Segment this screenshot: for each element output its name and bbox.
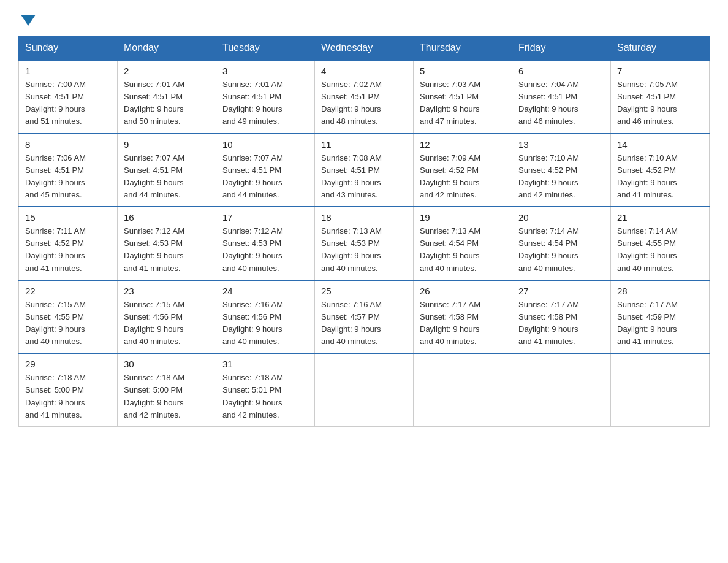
day-info: Sunrise: 7:08 AMSunset: 4:51 PMDaylight:… bbox=[321, 152, 407, 202]
calendar-cell: 19 Sunrise: 7:13 AMSunset: 4:54 PMDaylig… bbox=[414, 207, 512, 280]
calendar-cell bbox=[315, 353, 414, 426]
calendar-cell: 15 Sunrise: 7:11 AMSunset: 4:52 PMDaylig… bbox=[19, 207, 118, 280]
calendar-cell: 22 Sunrise: 7:15 AMSunset: 4:55 PMDaylig… bbox=[19, 280, 118, 354]
calendar-table: SundayMondayTuesdayWednesdayThursdayFrid… bbox=[18, 36, 710, 427]
day-info: Sunrise: 7:14 AMSunset: 4:55 PMDaylight:… bbox=[617, 225, 703, 275]
calendar-cell: 1 Sunrise: 7:00 AMSunset: 4:51 PMDayligh… bbox=[19, 60, 118, 134]
day-number: 31 bbox=[222, 359, 308, 369]
day-info: Sunrise: 7:17 AMSunset: 4:58 PMDaylight:… bbox=[518, 299, 604, 348]
day-info: Sunrise: 7:17 AMSunset: 4:58 PMDaylight:… bbox=[420, 299, 506, 348]
calendar-cell: 23 Sunrise: 7:15 AMSunset: 4:56 PMDaylig… bbox=[118, 280, 216, 354]
day-number: 13 bbox=[518, 139, 604, 150]
day-of-week-monday: Monday bbox=[118, 36, 216, 61]
calendar-cell: 14 Sunrise: 7:10 AMSunset: 4:52 PMDaylig… bbox=[611, 134, 710, 207]
day-number: 22 bbox=[25, 286, 111, 296]
calendar-cell: 30 Sunrise: 7:18 AMSunset: 5:00 PMDaylig… bbox=[118, 353, 216, 426]
day-info: Sunrise: 7:05 AMSunset: 4:51 PMDaylight:… bbox=[617, 79, 703, 128]
day-info: Sunrise: 7:15 AMSunset: 4:56 PMDaylight:… bbox=[124, 299, 210, 348]
day-info: Sunrise: 7:11 AMSunset: 4:52 PMDaylight:… bbox=[25, 225, 111, 275]
calendar-cell: 7 Sunrise: 7:05 AMSunset: 4:51 PMDayligh… bbox=[611, 60, 710, 134]
calendar-cell: 8 Sunrise: 7:06 AMSunset: 4:51 PMDayligh… bbox=[19, 134, 118, 207]
days-of-week-row: SundayMondayTuesdayWednesdayThursdayFrid… bbox=[19, 36, 710, 61]
day-number: 12 bbox=[420, 139, 506, 150]
calendar-cell: 29 Sunrise: 7:18 AMSunset: 5:00 PMDaylig… bbox=[19, 353, 118, 426]
day-number: 28 bbox=[617, 286, 703, 296]
logo-triangle-icon bbox=[21, 15, 36, 26]
day-number: 24 bbox=[222, 286, 308, 296]
day-info: Sunrise: 7:16 AMSunset: 4:56 PMDaylight:… bbox=[222, 299, 308, 348]
day-number: 30 bbox=[124, 359, 210, 369]
calendar-cell: 9 Sunrise: 7:07 AMSunset: 4:51 PMDayligh… bbox=[118, 134, 216, 207]
calendar-cell: 27 Sunrise: 7:17 AMSunset: 4:58 PMDaylig… bbox=[512, 280, 611, 354]
day-info: Sunrise: 7:07 AMSunset: 4:51 PMDaylight:… bbox=[124, 152, 210, 202]
day-info: Sunrise: 7:18 AMSunset: 5:01 PMDaylight:… bbox=[222, 372, 308, 421]
day-number: 11 bbox=[321, 139, 407, 150]
day-info: Sunrise: 7:06 AMSunset: 4:51 PMDaylight:… bbox=[25, 152, 111, 202]
day-of-week-friday: Friday bbox=[512, 36, 611, 61]
week-row-3: 15 Sunrise: 7:11 AMSunset: 4:52 PMDaylig… bbox=[19, 207, 710, 280]
week-row-5: 29 Sunrise: 7:18 AMSunset: 5:00 PMDaylig… bbox=[19, 353, 710, 426]
day-of-week-saturday: Saturday bbox=[611, 36, 710, 61]
day-info: Sunrise: 7:13 AMSunset: 4:54 PMDaylight:… bbox=[420, 225, 506, 275]
day-info: Sunrise: 7:13 AMSunset: 4:53 PMDaylight:… bbox=[321, 225, 407, 275]
calendar-cell: 4 Sunrise: 7:02 AMSunset: 4:51 PMDayligh… bbox=[315, 60, 414, 134]
day-number: 25 bbox=[321, 286, 407, 296]
calendar-cell bbox=[414, 353, 512, 426]
day-info: Sunrise: 7:12 AMSunset: 4:53 PMDaylight:… bbox=[124, 225, 210, 275]
day-number: 7 bbox=[617, 66, 703, 76]
calendar-cell bbox=[512, 353, 611, 426]
day-info: Sunrise: 7:16 AMSunset: 4:57 PMDaylight:… bbox=[321, 299, 407, 348]
calendar-cell: 26 Sunrise: 7:17 AMSunset: 4:58 PMDaylig… bbox=[414, 280, 512, 354]
day-number: 4 bbox=[321, 66, 407, 76]
day-info: Sunrise: 7:18 AMSunset: 5:00 PMDaylight:… bbox=[124, 372, 210, 421]
calendar-body: 1 Sunrise: 7:00 AMSunset: 4:51 PMDayligh… bbox=[19, 60, 710, 426]
day-of-week-thursday: Thursday bbox=[414, 36, 512, 61]
calendar-header: SundayMondayTuesdayWednesdayThursdayFrid… bbox=[19, 36, 710, 61]
day-of-week-tuesday: Tuesday bbox=[216, 36, 315, 61]
day-of-week-wednesday: Wednesday bbox=[315, 36, 414, 61]
day-info: Sunrise: 7:17 AMSunset: 4:59 PMDaylight:… bbox=[617, 299, 703, 348]
calendar-cell: 12 Sunrise: 7:09 AMSunset: 4:52 PMDaylig… bbox=[414, 134, 512, 207]
calendar-cell: 21 Sunrise: 7:14 AMSunset: 4:55 PMDaylig… bbox=[611, 207, 710, 280]
day-number: 10 bbox=[222, 139, 308, 150]
day-number: 2 bbox=[124, 66, 210, 76]
day-info: Sunrise: 7:03 AMSunset: 4:51 PMDaylight:… bbox=[420, 79, 506, 128]
day-info: Sunrise: 7:00 AMSunset: 4:51 PMDaylight:… bbox=[25, 79, 111, 128]
calendar-cell: 17 Sunrise: 7:12 AMSunset: 4:53 PMDaylig… bbox=[216, 207, 315, 280]
day-number: 5 bbox=[420, 66, 506, 76]
day-number: 17 bbox=[222, 212, 308, 223]
day-info: Sunrise: 7:02 AMSunset: 4:51 PMDaylight:… bbox=[321, 79, 407, 128]
calendar-cell: 16 Sunrise: 7:12 AMSunset: 4:53 PMDaylig… bbox=[118, 207, 216, 280]
day-info: Sunrise: 7:18 AMSunset: 5:00 PMDaylight:… bbox=[25, 372, 111, 421]
week-row-1: 1 Sunrise: 7:00 AMSunset: 4:51 PMDayligh… bbox=[19, 60, 710, 134]
day-number: 23 bbox=[124, 286, 210, 296]
week-row-4: 22 Sunrise: 7:15 AMSunset: 4:55 PMDaylig… bbox=[19, 280, 710, 354]
calendar-cell: 13 Sunrise: 7:10 AMSunset: 4:52 PMDaylig… bbox=[512, 134, 611, 207]
calendar-cell: 25 Sunrise: 7:16 AMSunset: 4:57 PMDaylig… bbox=[315, 280, 414, 354]
day-number: 14 bbox=[617, 139, 703, 150]
day-number: 8 bbox=[25, 139, 111, 150]
calendar-cell: 10 Sunrise: 7:07 AMSunset: 4:51 PMDaylig… bbox=[216, 134, 315, 207]
day-info: Sunrise: 7:10 AMSunset: 4:52 PMDaylight:… bbox=[617, 152, 703, 202]
calendar-cell: 20 Sunrise: 7:14 AMSunset: 4:54 PMDaylig… bbox=[512, 207, 611, 280]
day-number: 20 bbox=[518, 212, 604, 223]
calendar-cell: 2 Sunrise: 7:01 AMSunset: 4:51 PMDayligh… bbox=[118, 60, 216, 134]
day-number: 18 bbox=[321, 212, 407, 223]
day-number: 6 bbox=[518, 66, 604, 76]
day-number: 19 bbox=[420, 212, 506, 223]
logo bbox=[18, 12, 36, 25]
calendar-cell: 18 Sunrise: 7:13 AMSunset: 4:53 PMDaylig… bbox=[315, 207, 414, 280]
day-info: Sunrise: 7:14 AMSunset: 4:54 PMDaylight:… bbox=[518, 225, 604, 275]
day-info: Sunrise: 7:01 AMSunset: 4:51 PMDaylight:… bbox=[222, 79, 308, 128]
calendar-cell: 6 Sunrise: 7:04 AMSunset: 4:51 PMDayligh… bbox=[512, 60, 611, 134]
calendar-cell: 3 Sunrise: 7:01 AMSunset: 4:51 PMDayligh… bbox=[216, 60, 315, 134]
calendar-cell: 31 Sunrise: 7:18 AMSunset: 5:01 PMDaylig… bbox=[216, 353, 315, 426]
week-row-2: 8 Sunrise: 7:06 AMSunset: 4:51 PMDayligh… bbox=[19, 134, 710, 207]
day-of-week-sunday: Sunday bbox=[19, 36, 118, 61]
day-number: 27 bbox=[518, 286, 604, 296]
calendar-cell: 5 Sunrise: 7:03 AMSunset: 4:51 PMDayligh… bbox=[414, 60, 512, 134]
day-info: Sunrise: 7:01 AMSunset: 4:51 PMDaylight:… bbox=[124, 79, 210, 128]
calendar-cell: 24 Sunrise: 7:16 AMSunset: 4:56 PMDaylig… bbox=[216, 280, 315, 354]
day-number: 9 bbox=[124, 139, 210, 150]
calendar-cell: 11 Sunrise: 7:08 AMSunset: 4:51 PMDaylig… bbox=[315, 134, 414, 207]
